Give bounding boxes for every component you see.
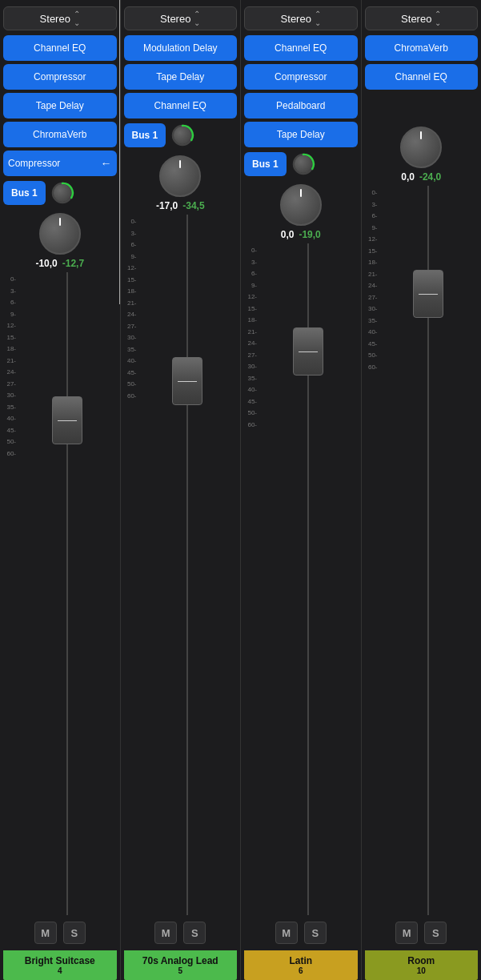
fader-section-2: 0- 3- 6- 9- 12- 15- 18- 21- 24- 27- 30- … — [124, 215, 238, 915]
channel-number-3: 6 — [246, 966, 356, 975]
vol-db-2: -17,0 — [156, 200, 178, 211]
plugin-channel-eq-1[interactable]: Channel EQ — [3, 35, 117, 61]
stereo-arrow-1: ⌃⌄ — [74, 10, 80, 27]
channel-label-2: 70s Analog Lead5 — [124, 950, 238, 980]
stereo-label-1: Stereo — [40, 13, 70, 25]
plugin-chromaverb-4[interactable]: ChromaVerb — [365, 35, 479, 61]
solo-btn-1[interactable]: S — [63, 922, 86, 944]
fader-scale-4: 0- 3- 6- 9- 12- 15- 18- 21- 24- 27- 30- … — [365, 186, 379, 915]
fader-track-3[interactable] — [259, 243, 358, 915]
ms-row-1: M S — [3, 915, 117, 950]
channel-2: Stereo ⌃⌄ Modulation Delay Tape Delay Ch… — [121, 0, 242, 980]
plugin-channel-eq-2[interactable]: Channel EQ — [124, 93, 238, 118]
fader-section-1: 0- 3- 6- 9- 12- 15- 18- 21- 24- 27- 30- … — [3, 272, 117, 915]
vol-db-3: 0,0 — [281, 229, 295, 240]
solo-btn-4[interactable]: S — [424, 922, 447, 944]
pan-knob-3[interactable] — [280, 184, 322, 226]
channel-label-3: Latin6 — [244, 950, 358, 980]
plugin-channel-eq-3[interactable]: Channel EQ — [244, 35, 358, 61]
fader-handle-4[interactable] — [413, 270, 443, 318]
stereo-arrow-2: ⌃⌄ — [194, 10, 200, 27]
vol-peak-3: -19,0 — [299, 229, 320, 240]
fader-track-2[interactable] — [138, 215, 238, 915]
plugins-1: Channel EQ Compressor Tape Delay ChromaV… — [3, 35, 117, 176]
channel-number-4: 10 — [367, 966, 477, 975]
plugin-compressor2-1[interactable]: Compressor ← — [3, 151, 117, 176]
plugin-modulation-delay-2[interactable]: Modulation Delay — [124, 35, 238, 61]
bus-knob-3[interactable] — [291, 152, 315, 176]
stereo-label-2: Stereo — [160, 13, 190, 25]
stereo-select-4[interactable]: Stereo ⌃⌄ — [365, 6, 479, 30]
stereo-arrow-3: ⌃⌄ — [315, 10, 321, 27]
bus-knob-1[interactable] — [50, 181, 74, 205]
fader-handle-2[interactable] — [172, 357, 202, 405]
fader-track-1[interactable] — [18, 272, 117, 915]
pan-knob-1[interactable] — [39, 213, 81, 255]
plugin-pedalboard-3[interactable]: Pedalboard — [244, 93, 358, 118]
ms-row-3: M S — [244, 915, 358, 950]
plugins-3: Channel EQ Compressor Pedalboard Tape De… — [244, 35, 358, 147]
plugins-4: ChromaVerb Channel EQ — [365, 35, 479, 90]
stereo-select-1[interactable]: Stereo ⌃⌄ — [3, 6, 117, 30]
mute-btn-1[interactable]: M — [34, 922, 57, 944]
plugin-chromaverb-1[interactable]: ChromaVerb — [3, 122, 117, 147]
stereo-select-3[interactable]: Stereo ⌃⌄ — [244, 6, 358, 30]
fader-section-4: 0- 3- 6- 9- 12- 15- 18- 21- 24- 27- 30- … — [365, 186, 479, 915]
fader-section-3: 0- 3- 6- 9- 12- 15- 18- 21- 24- 27- 30- … — [244, 243, 358, 915]
fader-track-4[interactable] — [379, 186, 479, 915]
channel-number-1: 4 — [5, 966, 115, 975]
channel-3: Stereo ⌃⌄ Channel EQ Compressor Pedalboa… — [241, 0, 362, 980]
channel-1: Stereo ⌃⌄ Channel EQ Compressor Tape Del… — [0, 0, 121, 980]
bus-row-3: Bus 1 — [244, 152, 358, 176]
channel-label-1: Bright Suitcase4 — [3, 950, 117, 980]
mute-btn-2[interactable]: M — [154, 922, 177, 944]
bus-row-2: Bus 1 — [124, 123, 238, 147]
bus-row-1: Bus 1 — [3, 181, 117, 205]
channel-number-2: 5 — [126, 966, 236, 975]
fader-handle-1[interactable] — [52, 396, 82, 444]
ms-row-2: M S — [124, 915, 238, 950]
vol-numbers-2: -17,0 -34,5 — [156, 200, 205, 211]
pan-knob-2[interactable] — [159, 155, 201, 197]
fader-scale-1: 0- 3- 6- 9- 12- 15- 18- 21- 24- 27- 30- … — [3, 272, 18, 915]
vol-numbers-1: -10,0 -12,7 — [35, 258, 84, 269]
vol-numbers-4: 0,0 -24,0 — [401, 171, 441, 183]
pan-indicator-1 — [59, 218, 61, 226]
fader-scale-2: 0- 3- 6- 9- 12- 15- 18- 21- 24- 27- 30- … — [124, 215, 138, 915]
stereo-label-3: Stereo — [281, 13, 311, 25]
bus-knob-2[interactable] — [170, 123, 194, 147]
stereo-label-4: Stereo — [401, 13, 431, 25]
ms-row-4: M S — [365, 915, 479, 950]
vol-numbers-3: 0,0 -19,0 — [281, 229, 321, 240]
vol-peak-2: -34,5 — [182, 200, 204, 211]
plugin-tape-delay-2[interactable]: Tape Delay — [124, 64, 238, 90]
vol-peak-1: -12,7 — [62, 258, 84, 269]
vol-db-1: -10,0 — [35, 258, 57, 269]
vol-peak-4: -24,0 — [419, 171, 441, 183]
solo-btn-2[interactable]: S — [183, 922, 206, 944]
plugin-compressor-3[interactable]: Compressor — [244, 64, 358, 90]
stereo-select-2[interactable]: Stereo ⌃⌄ — [124, 6, 238, 30]
solo-btn-3[interactable]: S — [304, 922, 327, 944]
bus-btn-1[interactable]: Bus 1 — [3, 181, 46, 205]
bus-btn-2[interactable]: Bus 1 — [124, 123, 166, 147]
channel-4: Stereo ⌃⌄ ChromaVerb Channel EQ Bus 1 0,… — [362, 0, 482, 980]
plugin-tape-delay-1[interactable]: Tape Delay — [3, 93, 117, 118]
bus-btn-3[interactable]: Bus 1 — [244, 152, 287, 176]
vol-db-4: 0,0 — [401, 171, 415, 183]
plugins-2: Modulation Delay Tape Delay Channel EQ — [124, 35, 238, 118]
pan-knob-4[interactable] — [400, 127, 442, 168]
bus-knob-inner-1 — [54, 184, 71, 202]
fader-handle-3[interactable] — [293, 327, 323, 376]
back-arrow-icon: ← — [101, 157, 112, 171]
channel-label-4: Room10 — [365, 950, 479, 980]
stereo-arrow-4: ⌃⌄ — [435, 10, 441, 27]
mixer: Stereo ⌃⌄ Channel EQ Compressor Tape Del… — [0, 0, 481, 980]
plugin-channel-eq-4[interactable]: Channel EQ — [365, 64, 479, 90]
mute-btn-3[interactable]: M — [275, 922, 298, 944]
plugin-compressor-1[interactable]: Compressor — [3, 64, 117, 90]
fader-scale-3: 0- 3- 6- 9- 12- 15- 18- 21- 24- 27- 30- … — [244, 243, 259, 915]
plugin-tape-delay-3[interactable]: Tape Delay — [244, 122, 358, 147]
mute-btn-4[interactable]: M — [395, 922, 418, 944]
